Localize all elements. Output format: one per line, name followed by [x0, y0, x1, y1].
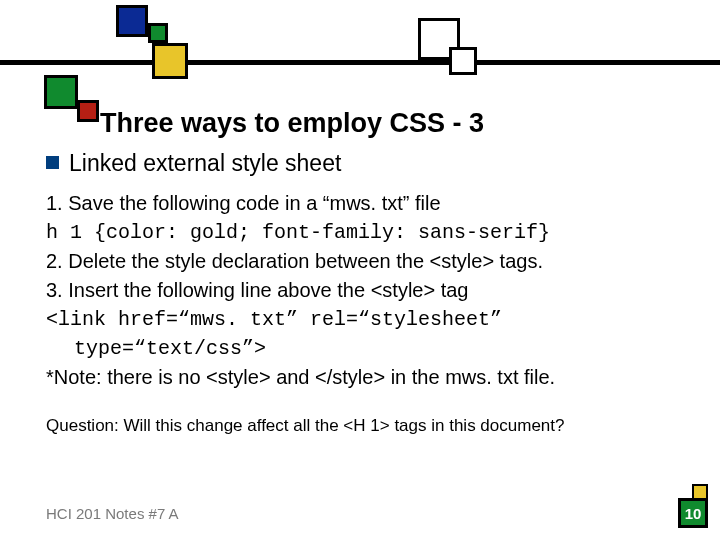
question-text: Question: Will this change affect all th…: [46, 416, 686, 436]
bullet-icon: [46, 156, 59, 169]
square-red: [77, 100, 99, 122]
rule-line: [0, 60, 720, 65]
step-3: 3. Insert the following line above the <…: [46, 276, 686, 305]
square-open-2: [449, 47, 477, 75]
page-number: 10: [685, 505, 702, 522]
code-line-2b: type=“text/css”>: [46, 334, 686, 363]
square-yellow: [152, 43, 188, 79]
page-number-box: 10: [678, 498, 708, 528]
footer-text: HCI 201 Notes #7 A: [46, 505, 179, 522]
page-number-decor: 10: [676, 496, 708, 528]
note-line: *Note: there is no <style> and </style> …: [46, 363, 686, 392]
content-area: Linked external style sheet 1. Save the …: [46, 150, 686, 436]
square-blue: [116, 5, 148, 37]
slide-title: Three ways to employ CSS - 3: [100, 108, 484, 139]
square-green-small: [148, 23, 168, 43]
step-1: 1. Save the following code in a “mws. tx…: [46, 189, 686, 218]
body-text: 1. Save the following code in a “mws. tx…: [46, 189, 686, 392]
step-2: 2. Delete the style declaration between …: [46, 247, 686, 276]
subtitle-row: Linked external style sheet: [46, 150, 686, 177]
square-green-large: [44, 75, 78, 109]
subtitle-text: Linked external style sheet: [69, 150, 341, 176]
code-line-1: h 1 {color: gold; font-family: sans-seri…: [46, 218, 686, 247]
code-line-2a: <link href=“mws. txt” rel=“stylesheet”: [46, 305, 686, 334]
